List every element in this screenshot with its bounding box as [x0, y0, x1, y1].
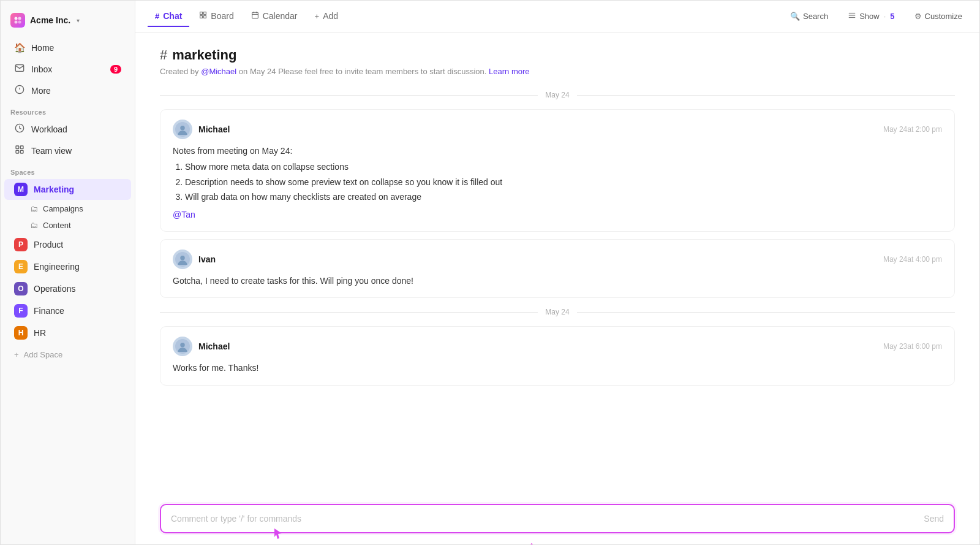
- svg-point-24: [180, 126, 185, 131]
- tab-add[interactable]: + Add: [307, 6, 346, 27]
- sidebar-item-engineering[interactable]: E Engineering: [4, 256, 131, 277]
- tab-label: Board: [211, 11, 233, 21]
- sidebar-item-label: Workload: [31, 124, 67, 134]
- customize-label: Customize: [925, 12, 962, 21]
- plus-tab-icon: +: [315, 12, 320, 21]
- search-icon: 🔍: [790, 12, 800, 21]
- message-card: Michael May 24at 2:00 pm Notes from meet…: [160, 109, 955, 232]
- content-area: # marketing Created by @Michael on May 2…: [135, 32, 979, 545]
- logo-button[interactable]: Acme Inc. ▾: [1, 8, 135, 37]
- sidebar-item-campaigns[interactable]: 🗂 Campaigns: [4, 201, 131, 216]
- engineering-avatar: E: [14, 260, 28, 273]
- folder-icon: 🗂: [30, 221, 38, 230]
- sidebar-item-label: Home: [31, 43, 54, 53]
- show-action[interactable]: Show · 5: [843, 9, 899, 24]
- sidebar-item-content[interactable]: 🗂 Content: [4, 218, 131, 233]
- sidebar-item-home[interactable]: 🏠 Home: [4, 38, 131, 58]
- svg-rect-13: [204, 12, 206, 15]
- message-sender: Ivan: [173, 250, 216, 269]
- message-sender: Michael: [173, 120, 230, 139]
- divider-line: [160, 312, 538, 313]
- svg-rect-15: [204, 16, 206, 18]
- sidebar-item-label: Content: [43, 221, 71, 230]
- sidebar-item-hr[interactable]: H HR: [4, 322, 131, 343]
- hr-avatar: H: [14, 326, 28, 340]
- comment-input-container: Send Adding a comment: [160, 504, 955, 533]
- list-item: Will grab data on how many checklists ar…: [185, 190, 942, 204]
- tab-label: Add: [323, 11, 338, 21]
- sidebar-item-team-view[interactable]: Team view: [4, 140, 131, 161]
- message-time: May 23at 6:00 pm: [883, 342, 942, 351]
- avatar: [173, 120, 192, 139]
- message-mention[interactable]: @Tan: [173, 210, 195, 219]
- customize-action[interactable]: ⚙ Customize: [910, 9, 967, 23]
- divider-line: [577, 95, 955, 96]
- gear-icon: ⚙: [914, 12, 922, 21]
- app-name: Acme Inc.: [30, 15, 70, 25]
- tab-label: Chat: [163, 11, 182, 21]
- chevron-down-icon: ▾: [77, 17, 80, 24]
- folder-icon: 🗂: [30, 204, 38, 213]
- app-logo-icon: [10, 13, 25, 28]
- avatar: [173, 337, 192, 356]
- channel-name: marketing: [172, 47, 236, 63]
- sidebar-item-label: Marketing: [34, 185, 74, 194]
- svg-rect-11: [20, 150, 23, 153]
- learn-more-link[interactable]: Learn more: [489, 67, 529, 76]
- cursor-pointer: [273, 527, 283, 542]
- sidebar-item-label: Operations: [34, 284, 75, 294]
- sidebar-item-product[interactable]: P Product: [4, 234, 131, 255]
- svg-rect-12: [200, 12, 203, 15]
- sidebar-item-label: More: [31, 86, 51, 96]
- sidebar-item-more[interactable]: More: [4, 80, 131, 101]
- sender-name: Michael: [198, 124, 230, 134]
- search-action[interactable]: 🔍 Search: [785, 9, 833, 23]
- description-mention[interactable]: @Michael: [201, 67, 236, 76]
- message-body: Works for me. Thanks!: [173, 361, 942, 375]
- top-nav-actions: 🔍 Search Show · 5 ⚙ Customize: [785, 9, 967, 24]
- send-button[interactable]: Send: [914, 508, 954, 530]
- message-header: Michael May 23at 6:00 pm: [173, 337, 942, 356]
- inbox-icon: [14, 63, 25, 75]
- date-divider-text: May 24: [545, 91, 569, 99]
- calendar-icon: [251, 11, 259, 21]
- board-icon: [199, 11, 207, 21]
- channel-hash-symbol: #: [160, 47, 167, 63]
- avatar: [173, 250, 192, 269]
- message-header: Ivan May 24at 4:00 pm: [173, 250, 942, 269]
- sidebar-item-label: Campaigns: [43, 204, 83, 213]
- finance-avatar: F: [14, 304, 28, 318]
- more-icon: [14, 85, 25, 96]
- sidebar-item-operations[interactable]: O Operations: [4, 278, 131, 299]
- tab-board[interactable]: Board: [192, 6, 241, 27]
- sidebar-item-workload[interactable]: Workload: [4, 119, 131, 139]
- svg-point-3: [18, 21, 21, 24]
- add-space-button[interactable]: + Add Space: [4, 346, 131, 363]
- message-text: Gotcha, I need to create tasks for this.…: [173, 276, 413, 286]
- date-divider-1: May 24: [160, 91, 955, 99]
- message-time: May 24at 2:00 pm: [883, 125, 942, 134]
- sidebar-item-finance[interactable]: F Finance: [4, 300, 131, 321]
- message-header: Michael May 24at 2:00 pm: [173, 120, 942, 139]
- top-nav: # Chat Board Calendar + Add: [135, 1, 979, 32]
- main-content: # Chat Board Calendar + Add: [135, 1, 979, 545]
- svg-point-26: [180, 256, 185, 261]
- message-text: Notes from meeting on May 24:: [173, 146, 292, 156]
- date-divider-2: May 24: [160, 308, 955, 316]
- show-label: Show: [859, 12, 880, 21]
- tab-calendar[interactable]: Calendar: [244, 6, 305, 27]
- svg-point-1: [18, 17, 21, 20]
- product-avatar: P: [14, 238, 28, 251]
- search-label: Search: [803, 12, 828, 21]
- description-middle: on May 24 Please feel free to invite tea…: [236, 67, 489, 76]
- sidebar-item-inbox[interactable]: Inbox 9: [4, 59, 131, 79]
- divider-line: [160, 95, 538, 96]
- sidebar-item-label: Finance: [34, 306, 64, 316]
- sidebar-item-marketing[interactable]: M Marketing: [4, 179, 131, 200]
- tab-chat[interactable]: # Chat: [148, 6, 189, 27]
- operations-avatar: O: [14, 282, 28, 295]
- message-card: Michael May 23at 6:00 pm Works for me. T…: [160, 326, 955, 385]
- plus-icon: +: [14, 350, 19, 359]
- svg-rect-9: [20, 146, 23, 149]
- sidebar-item-label: Engineering: [34, 262, 80, 272]
